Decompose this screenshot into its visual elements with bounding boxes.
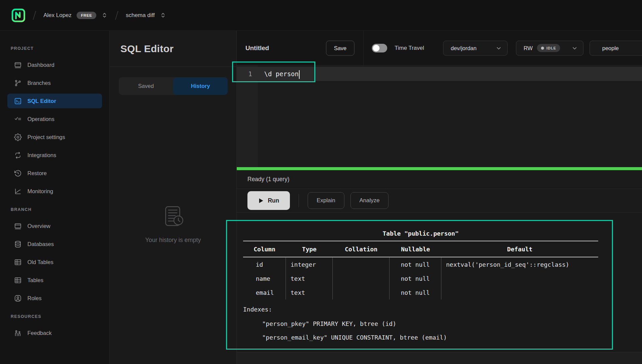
- sidebar: PROJECT Dashboard Branches SQL Editor Op…: [0, 31, 110, 364]
- play-icon: [258, 198, 264, 204]
- status-dot-icon: [541, 46, 544, 49]
- saved-history-tabs: Saved History: [119, 77, 228, 95]
- toolbar-divider: [363, 31, 363, 66]
- browser-icon: [14, 222, 22, 230]
- sidebar-item-restore[interactable]: Restore: [7, 166, 102, 180]
- tab-history[interactable]: History: [173, 77, 228, 95]
- indexes-label: Indexes:: [243, 302, 598, 317]
- breadcrumb-org[interactable]: Alex Lopez FREE: [43, 12, 108, 19]
- table-icon: [14, 276, 22, 284]
- branch-selector[interactable]: dev/jordan: [443, 40, 508, 55]
- results-panel: Table "public.person" Column Type Collat…: [237, 213, 642, 364]
- sidebar-item-overview[interactable]: Overview: [7, 219, 102, 233]
- result-table-title: Table "public.person": [243, 227, 598, 241]
- results-footer: [237, 352, 642, 364]
- terminal-icon: [14, 97, 22, 105]
- table-row: id integer not null nextval('person_id_s…: [243, 257, 598, 271]
- plan-badge: FREE: [77, 12, 96, 19]
- table-row: email text not null: [243, 285, 598, 299]
- sidebar-item-monitoring[interactable]: Monitoring: [7, 184, 102, 199]
- sidebar-item-tables[interactable]: Tables: [7, 273, 102, 287]
- run-button[interactable]: Run: [247, 191, 290, 210]
- analyze-button[interactable]: Analyze: [350, 192, 389, 209]
- sidebar-item-dashboard[interactable]: Dashboard: [7, 57, 102, 72]
- browser-icon: [14, 61, 22, 69]
- time-travel-label: Time Travel: [395, 45, 424, 51]
- time-travel-toggle[interactable]: [372, 44, 387, 52]
- tab-saved[interactable]: Saved: [119, 77, 173, 95]
- explain-button[interactable]: Explain: [308, 192, 344, 209]
- actions-divider: [299, 194, 299, 207]
- git-branch-icon: [14, 79, 22, 87]
- breadcrumb-slash-icon: [113, 10, 120, 21]
- people-icon: [14, 329, 22, 337]
- panel-header: SQL Editor: [110, 31, 236, 67]
- index-line: "person_email_key" UNIQUE CONSTRAINT, bt…: [243, 331, 598, 344]
- history-empty-text: Your history is empty: [110, 237, 236, 244]
- project-name: schema diff: [126, 12, 155, 19]
- database-icon: [14, 240, 22, 248]
- section-label-resources: RESOURCES: [11, 314, 109, 321]
- sidebar-item-sql-editor[interactable]: SQL Editor: [7, 94, 102, 108]
- topbar: Alex Lopez FREE schema diff: [0, 0, 642, 31]
- org-name: Alex Lopez: [43, 12, 72, 19]
- query-title: Untitled: [245, 44, 269, 52]
- page-title: SQL Editor: [120, 43, 174, 54]
- table-icon: [14, 258, 22, 266]
- org-selector-icon[interactable]: [101, 12, 108, 18]
- query-actions: Run Explain Analyze: [237, 189, 642, 213]
- toggle-knob: [373, 45, 380, 51]
- save-button[interactable]: Save: [326, 40, 354, 55]
- project-selector-icon[interactable]: [160, 12, 166, 18]
- checklist-icon: [14, 115, 22, 123]
- app-root: Alex Lopez FREE schema diff PROJECT Dash…: [0, 0, 642, 364]
- gear-icon: [14, 133, 22, 141]
- neon-logo[interactable]: [11, 8, 25, 22]
- status-badge: IDLE: [537, 44, 560, 52]
- index-line: "person_pkey" PRIMARY KEY, btree (id): [243, 317, 598, 331]
- breadcrumb-slash-icon: [31, 10, 38, 21]
- history-icon: [14, 169, 22, 177]
- line-number: 1: [237, 67, 252, 81]
- table-row: name text not null: [243, 271, 598, 285]
- chevron-down-icon: [496, 45, 502, 51]
- result-header-row: Column Type Collation Nullable Default: [243, 241, 598, 257]
- breadcrumb-project[interactable]: schema diff: [126, 12, 166, 19]
- compute-selector[interactable]: RW IDLE: [516, 40, 583, 55]
- history-empty-state: Your history is empty: [110, 204, 236, 244]
- query-status-text: Ready (1 query): [247, 176, 289, 183]
- sidebar-item-operations[interactable]: Operations: [7, 112, 102, 126]
- database-selector[interactable]: people: [590, 40, 642, 55]
- section-label-branch: BRANCH: [11, 207, 109, 214]
- sidebar-item-old-tables[interactable]: Old Tables: [7, 255, 102, 269]
- sidebar-item-branches[interactable]: Branches: [7, 76, 102, 90]
- sql-editor-panel: SQL Editor Saved History Your history is…: [110, 31, 237, 364]
- sync-icon: [14, 151, 22, 159]
- section-label-project: PROJECT: [11, 46, 109, 53]
- text-cursor: [299, 70, 300, 79]
- psql-output: Table "public.person" Column Type Collat…: [243, 227, 598, 344]
- query-progress-bar: [237, 167, 642, 170]
- sidebar-item-integrations[interactable]: Integrations: [7, 148, 102, 162]
- sidebar-item-feedback[interactable]: Feedback: [7, 326, 102, 340]
- query-status-row: Ready (1 query): [237, 170, 642, 189]
- document-clock-icon: [160, 204, 186, 230]
- sidebar-item-project-settings[interactable]: Project settings: [7, 130, 102, 144]
- query-workspace: Untitled Save Time Travel dev/jordan RW …: [237, 31, 642, 364]
- sql-code-editor[interactable]: 1 \d person: [237, 66, 642, 167]
- sidebar-item-roles[interactable]: Roles: [7, 291, 102, 306]
- code-line: \d person: [264, 67, 300, 81]
- sidebar-item-databases[interactable]: Databases: [7, 237, 102, 251]
- user-badge-icon: [14, 294, 22, 302]
- query-toolbar: Untitled Save Time Travel dev/jordan RW …: [237, 31, 642, 66]
- chart-icon: [14, 188, 22, 195]
- chevron-down-icon: [571, 45, 578, 51]
